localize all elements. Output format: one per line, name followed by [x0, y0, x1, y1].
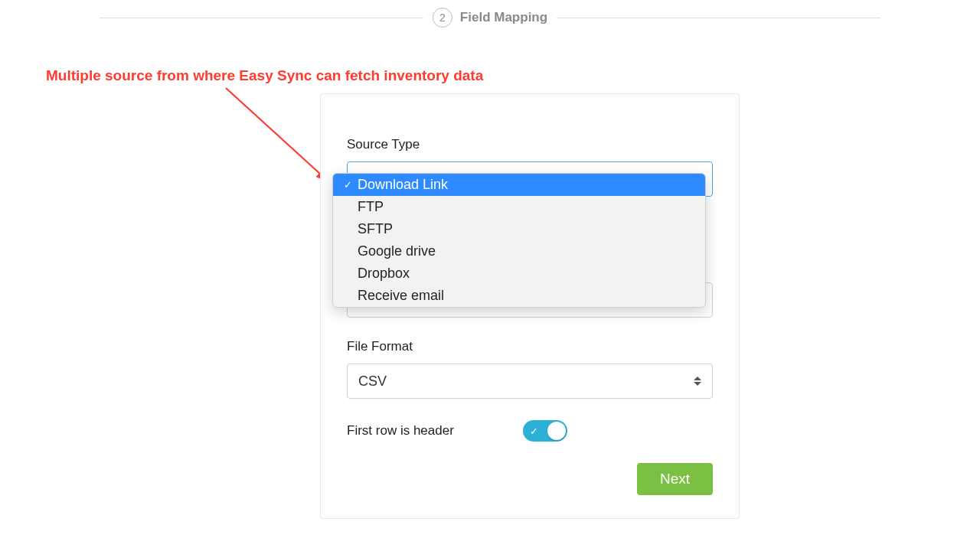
- check-icon: ✓: [341, 179, 354, 191]
- dropdown-option-label: Receive email: [358, 288, 444, 304]
- first-row-header-label: First row is header: [347, 423, 454, 439]
- step-badge: 2 Field Mapping: [423, 8, 557, 28]
- dropdown-option-sftp[interactable]: ✓ SFTP: [333, 218, 705, 240]
- step-number: 2: [433, 8, 452, 28]
- file-format-select-wrap: CSV: [347, 364, 713, 399]
- dropdown-option-dropbox[interactable]: ✓ Dropbox: [333, 262, 705, 285]
- button-row: Next: [347, 463, 713, 495]
- first-row-header-toggle[interactable]: ✓: [523, 420, 567, 442]
- dropdown-option-label: FTP: [358, 199, 384, 215]
- check-icon: ✓: [530, 425, 538, 437]
- file-format-selected-value: CSV: [358, 373, 387, 390]
- dropdown-option-receive-email[interactable]: ✓ Receive email: [333, 285, 705, 307]
- dropdown-option-ftp[interactable]: ✓ FTP: [333, 196, 705, 218]
- annotation-text: Multiple source from where Easy Sync can…: [46, 67, 483, 84]
- dropdown-option-label: Dropbox: [358, 266, 410, 282]
- dropdown-option-label: Google drive: [358, 243, 436, 259]
- dropdown-option-label: SFTP: [358, 221, 393, 237]
- divider-left: [100, 18, 423, 18]
- source-type-label: Source Type: [347, 137, 713, 152]
- step-label: Field Mapping: [460, 10, 547, 25]
- next-button[interactable]: Next: [637, 463, 713, 495]
- file-format-label: File Format: [347, 339, 713, 354]
- dropdown-option-google-drive[interactable]: ✓ Google drive: [333, 240, 705, 262]
- dropdown-option-download-link[interactable]: ✓ Download Link: [333, 174, 705, 196]
- source-type-dropdown: ✓ Download Link ✓ FTP ✓ SFTP ✓ Google dr…: [332, 173, 706, 308]
- first-row-header-row: First row is header ✓: [347, 420, 713, 442]
- select-caret-icon: [694, 376, 703, 386]
- dropdown-option-label: Download Link: [358, 177, 448, 193]
- toggle-knob: [547, 422, 566, 440]
- divider-right: [557, 18, 880, 18]
- wizard-step-header: 2 Field Mapping: [0, 8, 980, 28]
- file-format-select[interactable]: CSV: [347, 364, 713, 399]
- svg-line-0: [226, 88, 329, 182]
